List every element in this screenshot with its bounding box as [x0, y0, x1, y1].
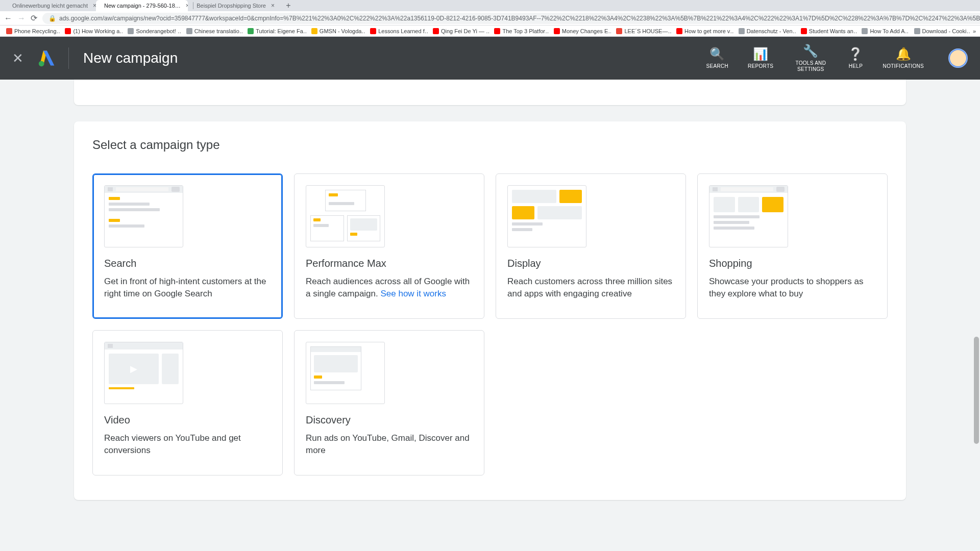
card-title: Video: [104, 414, 271, 426]
new-tab-button[interactable]: +: [283, 0, 294, 11]
card-title: Shopping: [709, 258, 876, 269]
bookmarks-bar: Phone Recycling… (1) How Working a… Sond…: [0, 26, 980, 37]
action-label: HELP: [849, 63, 863, 69]
tab-strip: Onlinewerbung leicht gemacht × New campa…: [0, 0, 980, 11]
illustration: ▶: [104, 342, 183, 404]
bookmark-item[interactable]: (1) How Working a…: [63, 27, 122, 35]
reports-icon: 📊: [753, 47, 768, 62]
tab-close-icon[interactable]: ×: [271, 2, 275, 9]
illustration: [709, 185, 788, 247]
campaign-type-grid: Search Get in front of high-intent custo…: [92, 173, 888, 475]
illustration: [507, 185, 586, 247]
campaign-type-performance-max[interactable]: Performance Max Reach audiences across a…: [294, 173, 484, 319]
bookmark-item[interactable]: Tutorial: Eigene Fa…: [246, 27, 306, 35]
content-area: Select a campaign type Search Get in fro…: [0, 80, 980, 551]
action-label: SEARCH: [706, 63, 728, 69]
illustration: [306, 342, 385, 404]
browser-tab-1[interactable]: New campaign - 279-560-18… ×: [96, 0, 188, 11]
favicon-icon: [193, 2, 193, 9]
card-desc: Showcase your products to shoppers as th…: [709, 276, 876, 300]
card-desc: Reach customers across three million sit…: [507, 276, 674, 300]
card-desc: Get in front of high-intent customers at…: [104, 276, 271, 300]
empty-cell: [496, 330, 686, 475]
campaign-type-video[interactable]: ▶ Video Reach viewers on YouTube and get…: [92, 330, 283, 475]
bookmark-item[interactable]: How To Add A…: [860, 27, 909, 35]
bookmark-item[interactable]: LEE´S HOUSE—…: [614, 27, 671, 35]
action-label: NOTIFICATIONS: [883, 63, 924, 69]
nav-back-icon[interactable]: ←: [4, 14, 12, 23]
browser-chrome: Onlinewerbung leicht gemacht × New campa…: [0, 0, 980, 37]
tab-label: New campaign - 279-560-18…: [104, 3, 181, 9]
bookmark-item[interactable]: Lessons Learned f…: [368, 27, 428, 35]
bookmark-item[interactable]: Download - Cooki…: [912, 27, 970, 35]
google-ads-logo: [38, 49, 56, 67]
browser-tab-2[interactable]: Beispiel Dropshipping Store ×: [188, 0, 280, 11]
section-title: Select a campaign type: [92, 138, 888, 152]
bookmark-item[interactable]: How to get more v…: [674, 27, 733, 35]
action-label: TOOLS AND SETTINGS: [793, 60, 828, 72]
bookmark-item[interactable]: Money Changes E…: [552, 27, 611, 35]
lock-icon: 🔒: [48, 15, 56, 22]
card-title: Display: [507, 258, 674, 269]
address-bar[interactable]: 🔒 ads.google.com/aw/campaigns/new?ocid=3…: [42, 13, 980, 24]
address-bar-row: ← → ⟳ 🔒 ads.google.com/aw/campaigns/new?…: [0, 11, 980, 26]
card-desc: Reach audiences across all of Google wit…: [306, 276, 473, 300]
bookmark-item[interactable]: Phone Recycling…: [4, 27, 60, 35]
campaign-type-shopping[interactable]: Shopping Showcase your products to shopp…: [697, 173, 888, 319]
tab-label: Beispiel Dropshipping Store: [197, 3, 266, 9]
campaign-type-display[interactable]: Display Reach customers across three mil…: [496, 173, 686, 319]
campaign-type-discovery[interactable]: Discovery Run ads on YouTube, Gmail, Dis…: [294, 330, 484, 475]
card-title: Performance Max: [306, 258, 473, 269]
card-desc: Run ads on YouTube, Gmail, Discover and …: [306, 432, 473, 457]
header-actions: 🔍 SEARCH 📊 REPORTS 🔧 TOOLS AND SETTINGS …: [706, 44, 968, 73]
bookmark-overflow-icon[interactable]: »: [973, 28, 976, 34]
empty-cell: [697, 330, 888, 475]
card-title: Discovery: [306, 414, 473, 426]
card-title: Search: [104, 258, 271, 269]
campaign-type-card: Select a campaign type Search Get in fro…: [74, 121, 906, 500]
header-notifications-button[interactable]: 🔔 NOTIFICATIONS: [883, 47, 924, 70]
wrench-icon: 🔧: [803, 44, 818, 59]
search-icon: 🔍: [709, 47, 725, 62]
action-label: REPORTS: [748, 63, 773, 69]
card-desc: Reach viewers on YouTube and get convers…: [104, 432, 271, 457]
header-tools-button[interactable]: 🔧 TOOLS AND SETTINGS: [793, 44, 828, 73]
url-text: ads.google.com/aw/campaigns/new?ocid=359…: [59, 15, 980, 22]
divider: [68, 47, 69, 69]
avatar[interactable]: [948, 48, 968, 68]
page-title: New campaign: [83, 50, 178, 66]
tab-label: Onlinewerbung leicht gemacht: [12, 3, 88, 9]
bookmark-item[interactable]: The Top 3 Platfor…: [492, 27, 548, 35]
campaign-type-search[interactable]: Search Get in front of high-intent custo…: [92, 173, 283, 319]
illustration: [306, 185, 385, 247]
nav-reload-icon[interactable]: ⟳: [31, 13, 37, 23]
illustration: [104, 185, 183, 247]
header-search-button[interactable]: 🔍 SEARCH: [706, 47, 728, 70]
see-how-link[interactable]: See how it works: [380, 289, 446, 298]
bookmark-item[interactable]: Sonderangebot! …: [126, 27, 181, 35]
browser-tab-0[interactable]: Onlinewerbung leicht gemacht ×: [4, 0, 96, 11]
bookmark-item[interactable]: Qing Fei De Yi — …: [431, 27, 489, 35]
close-icon[interactable]: ✕: [12, 51, 23, 66]
app-header: ✕ New campaign 🔍 SEARCH 📊 REPORTS 🔧 TOOL…: [0, 37, 980, 80]
bookmark-item[interactable]: GMSN - Vologda…: [309, 27, 365, 35]
help-icon: ❔: [848, 47, 863, 62]
svg-point-0: [39, 61, 44, 66]
bell-icon: 🔔: [896, 47, 911, 62]
avatar-face: [950, 50, 966, 66]
bookmark-item[interactable]: Student Wants an…: [799, 27, 857, 35]
header-help-button[interactable]: ❔ HELP: [848, 47, 863, 70]
scrollbar-thumb[interactable]: [974, 337, 979, 444]
header-reports-button[interactable]: 📊 REPORTS: [748, 47, 773, 70]
bookmark-item[interactable]: Chinese translatio…: [184, 27, 242, 35]
bookmark-item[interactable]: Datenschutz - Ven…: [737, 27, 796, 35]
previous-section-card: [74, 80, 906, 105]
nav-forward-icon[interactable]: →: [17, 14, 26, 23]
